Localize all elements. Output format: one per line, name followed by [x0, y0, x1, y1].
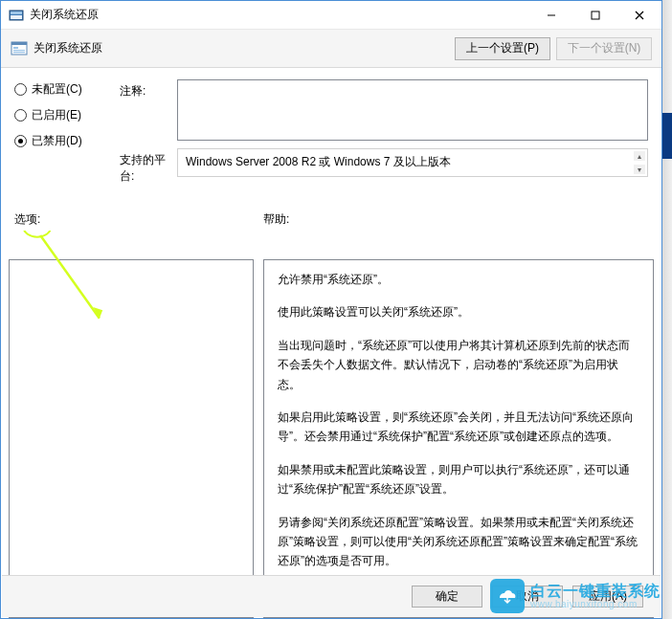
header-title: 关闭系统还原 — [34, 40, 102, 56]
app-icon — [9, 8, 24, 23]
svg-rect-2 — [11, 15, 22, 19]
close-button[interactable] — [617, 1, 661, 29]
svg-rect-4 — [592, 11, 599, 19]
radio-label: 已禁用(D) — [32, 133, 82, 149]
prev-setting-button[interactable]: 上一个设置(P) — [455, 37, 550, 60]
cancel-button[interactable]: 取消 — [492, 586, 563, 608]
help-label: 帮助: — [263, 211, 289, 228]
supported-platforms-field: Windows Server 2008 R2 或 Windows 7 及以上版本… — [177, 148, 648, 177]
radio-icon — [14, 135, 27, 147]
radio-icon — [14, 83, 27, 96]
window-controls — [529, 1, 661, 29]
next-setting-button: 下一个设置(N) — [556, 37, 652, 60]
help-panel: 允许禁用“系统还原”。 使用此策略设置可以关闭“系统还原”。 当出现问题时，“系… — [263, 259, 654, 618]
window-title: 关闭系统还原 — [30, 7, 99, 23]
svg-rect-10 — [13, 50, 25, 51]
radio-label: 已启用(E) — [32, 107, 81, 123]
setting-nav: 上一个设置(P) 下一个设置(N) — [455, 37, 652, 60]
radio-enabled[interactable]: 已启用(E) — [14, 107, 120, 123]
help-paragraph: 另请参阅“关闭系统还原配置”策略设置。如果禁用或未配置“关闭系统还原”策略设置，… — [278, 513, 639, 571]
maximize-button[interactable] — [573, 1, 617, 29]
radio-disabled[interactable]: 已禁用(D) — [14, 133, 120, 149]
options-label: 选项: — [14, 211, 263, 228]
scroll-up-icon[interactable]: ▴ — [634, 151, 645, 161]
options-panel — [9, 259, 254, 618]
dialog-button-bar: 确定 取消 应用(A) — [2, 575, 661, 617]
comment-label: 注释: — [120, 79, 177, 141]
svg-rect-11 — [13, 52, 25, 53]
supported-label: 支持的平台: — [120, 148, 177, 185]
minimize-button[interactable] — [529, 1, 573, 29]
policy-icon — [11, 40, 28, 57]
state-radio-group: 未配置(C) 已启用(E) 已禁用(D) — [14, 79, 120, 185]
apply-button[interactable]: 应用(A) — [572, 586, 643, 608]
main-area: 未配置(C) 已启用(E) 已禁用(D) 注释: 支持的平台: Windows … — [1, 68, 661, 618]
svg-point-12 — [24, 231, 51, 237]
dialog-window: 关闭系统还原 关闭系统还原 上一个设置(P) — [0, 0, 662, 619]
header-strip: 关闭系统还原 上一个设置(P) 下一个设置(N) — [1, 30, 661, 68]
comment-textarea[interactable] — [177, 79, 648, 141]
radio-icon — [14, 109, 27, 122]
svg-rect-9 — [13, 47, 18, 49]
scrollbar[interactable]: ▴ ▾ — [634, 151, 645, 174]
help-paragraph: 当出现问题时，“系统还原”可以使用户将其计算机还原到先前的状态而不会丢失个人数据… — [278, 336, 639, 394]
help-paragraph: 如果禁用或未配置此策略设置，则用户可以执行“系统还原”，还可以通过“系统保护”配… — [278, 460, 639, 499]
ok-button[interactable]: 确定 — [412, 586, 482, 608]
help-paragraph: 使用此策略设置可以关闭“系统还原”。 — [278, 302, 639, 321]
help-paragraph: 如果启用此策略设置，则“系统还原”会关闭，并且无法访问“系统还原向导”。还会禁用… — [278, 408, 639, 447]
titlebar: 关闭系统还原 — [1, 1, 661, 30]
scroll-down-icon[interactable]: ▾ — [634, 165, 645, 174]
radio-not-configured[interactable]: 未配置(C) — [14, 81, 120, 98]
svg-rect-1 — [11, 11, 22, 14]
radio-label: 未配置(C) — [32, 81, 82, 98]
help-paragraph: 允许禁用“系统还原”。 — [278, 270, 639, 289]
svg-rect-8 — [11, 42, 27, 45]
supported-platforms-value: Windows Server 2008 R2 或 Windows 7 及以上版本 — [186, 155, 451, 168]
